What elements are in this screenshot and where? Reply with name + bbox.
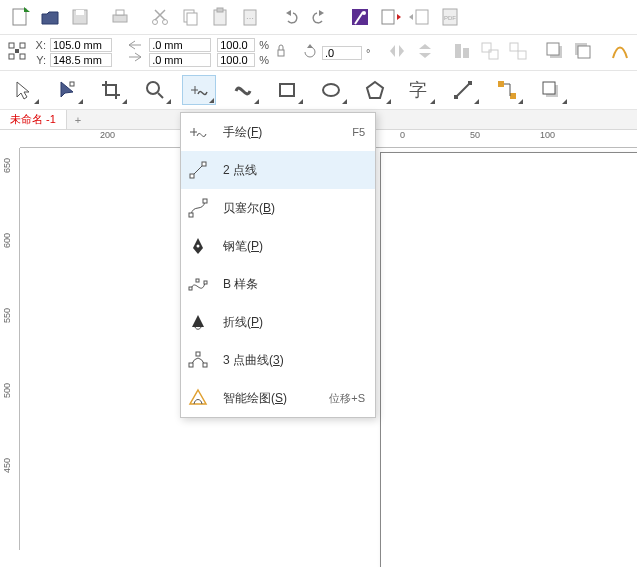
flyout-three-point-curve[interactable]: 3 点曲线(3) (181, 341, 375, 379)
svg-marker-30 (307, 44, 313, 48)
redo-icon[interactable] (306, 3, 334, 31)
scale-box: % % (217, 38, 269, 67)
cut-icon[interactable] (146, 3, 174, 31)
flyout-pen[interactable]: 钢笔(P) (181, 227, 375, 265)
svg-rect-18 (382, 10, 394, 24)
svg-marker-71 (190, 390, 206, 404)
paste-icon[interactable] (206, 3, 234, 31)
svg-rect-59 (190, 174, 194, 178)
svg-rect-49 (280, 84, 294, 96)
svg-rect-47 (70, 82, 74, 86)
mirror-h-icon[interactable] (386, 40, 408, 65)
svg-point-7 (163, 20, 168, 25)
bezier-icon (181, 197, 215, 219)
zoom-tool[interactable] (138, 75, 172, 105)
svg-point-50 (323, 84, 339, 96)
svg-marker-32 (399, 45, 404, 57)
undo-icon[interactable] (276, 3, 304, 31)
svg-point-17 (362, 11, 366, 15)
bspline-icon (181, 273, 215, 295)
rect-tool[interactable] (270, 75, 304, 105)
svg-rect-56 (510, 93, 516, 99)
print-icon[interactable] (106, 3, 134, 31)
polyline-icon (181, 311, 215, 333)
mirror-v-icon[interactable] (414, 40, 436, 65)
effects-tool[interactable] (534, 75, 568, 105)
to-front-icon[interactable] (544, 40, 566, 65)
svg-rect-20 (416, 10, 428, 24)
ungroup-icon[interactable] (507, 40, 529, 65)
freehand-flyout: 手绘(F) F5 2 点线 贝塞尔(B) 钢笔(P) B 样条 折线(P) 3 … (180, 112, 376, 418)
obj-origin-icon[interactable] (6, 40, 28, 65)
to-back-icon[interactable] (572, 40, 594, 65)
flyout-bspline[interactable]: B 样条 (181, 265, 375, 303)
sy-input[interactable] (217, 53, 255, 67)
svg-rect-54 (468, 81, 472, 85)
svg-rect-3 (76, 10, 84, 15)
export-icon[interactable] (406, 3, 434, 31)
rotation-icon (302, 44, 318, 62)
svg-rect-55 (498, 81, 504, 87)
flyout-freehand[interactable]: 手绘(F) F5 (181, 113, 375, 151)
svg-marker-33 (419, 44, 431, 49)
main-toolbar: ⋯ PDF (0, 0, 637, 35)
shape-tool[interactable] (50, 75, 84, 105)
import-icon[interactable] (376, 3, 404, 31)
svg-rect-25 (9, 54, 14, 59)
lock-ratio-icon[interactable] (275, 40, 287, 66)
freehand-tool[interactable] (182, 75, 216, 105)
new-tab-button[interactable]: + (67, 114, 89, 126)
doc-tab[interactable]: 未命名 -1 (0, 110, 67, 129)
rotation-input[interactable] (322, 46, 362, 60)
svg-marker-19 (397, 14, 401, 20)
svg-rect-64 (189, 287, 192, 290)
svg-marker-67 (192, 315, 204, 327)
svg-marker-34 (419, 53, 431, 58)
flyout-polyline[interactable]: 折线(P) (181, 303, 375, 341)
fx-icon[interactable] (346, 3, 374, 31)
crop-tool[interactable] (94, 75, 128, 105)
smartdraw-icon (181, 387, 215, 409)
svg-rect-44 (578, 46, 590, 58)
svg-rect-36 (463, 48, 469, 58)
flyout-smart-drawing[interactable]: 智能绘图(S) 位移+S (181, 379, 375, 417)
flyout-bezier[interactable]: 贝塞尔(B) (181, 189, 375, 227)
dimension-tool[interactable] (446, 75, 480, 105)
toolbox: 字 (0, 71, 637, 110)
flyout-two-point-line[interactable]: 2 点线 (181, 151, 375, 189)
new-icon[interactable] (6, 3, 34, 31)
pick-tool[interactable] (6, 75, 40, 105)
h-input[interactable] (149, 53, 211, 67)
x-input[interactable] (50, 38, 112, 52)
y-input[interactable] (50, 53, 112, 67)
pdf-icon[interactable]: PDF (436, 3, 464, 31)
freehand-icon (181, 121, 215, 143)
svg-text:字: 字 (409, 80, 427, 100)
x-label: X: (34, 39, 46, 51)
text-tool[interactable]: 字 (402, 75, 436, 105)
save-icon[interactable] (66, 3, 94, 31)
copy-icon[interactable] (176, 3, 204, 31)
group-icon[interactable] (479, 40, 501, 65)
svg-rect-35 (455, 44, 461, 58)
svg-rect-62 (203, 199, 207, 203)
sx-input[interactable] (217, 38, 255, 52)
ellipse-tool[interactable] (314, 75, 348, 105)
connector-tool[interactable] (490, 75, 524, 105)
polygon-tool[interactable] (358, 75, 392, 105)
align-icon[interactable] (451, 40, 473, 65)
paste-special-icon[interactable]: ⋯ (236, 3, 264, 31)
property-bar: X: Y: % % ° (0, 35, 637, 71)
svg-rect-26 (20, 43, 25, 48)
twopoint-icon (181, 159, 215, 181)
convert-icon[interactable] (609, 40, 631, 65)
svg-rect-9 (187, 13, 197, 25)
w-input[interactable] (149, 38, 211, 52)
svg-rect-4 (113, 15, 127, 22)
open-icon[interactable] (36, 3, 64, 31)
svg-rect-5 (116, 10, 124, 15)
ruler-vertical[interactable]: 650 600 550 500 450 (0, 148, 20, 550)
media-tool[interactable] (226, 75, 260, 105)
svg-rect-39 (510, 43, 518, 51)
svg-rect-27 (20, 54, 25, 59)
